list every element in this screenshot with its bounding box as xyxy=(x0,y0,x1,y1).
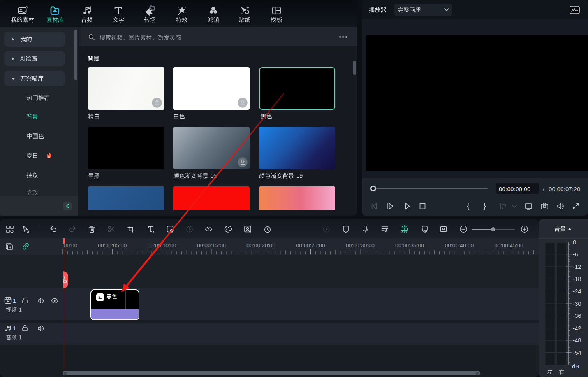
svg-text:00:00:05:00: 00:00:05:00 xyxy=(98,242,127,249)
svg-text:00:00:35:00: 00:00:35:00 xyxy=(395,242,424,249)
svg-text:-36: -36 xyxy=(573,312,581,319)
svg-text:00:00:25:00: 00:00:25:00 xyxy=(296,242,325,249)
svg-text:00:00:15:00: 00:00:15:00 xyxy=(197,242,226,249)
svg-text:00:00:20:00: 00:00:20:00 xyxy=(246,242,275,249)
svg-text:-12: -12 xyxy=(573,263,581,270)
svg-text:-24: -24 xyxy=(573,288,581,295)
svg-text:0: 0 xyxy=(573,239,576,245)
svg-text:-30: -30 xyxy=(573,300,581,307)
svg-text:dB: dB xyxy=(572,363,579,370)
svg-text:00:00:30:00: 00:00:30:00 xyxy=(346,242,375,249)
svg-text:-42: -42 xyxy=(573,325,581,331)
svg-text:00:00:40:00: 00:00:40:00 xyxy=(445,242,474,249)
svg-text:-54: -54 xyxy=(573,349,581,356)
svg-text:00:00:45:00: 00:00:45:00 xyxy=(495,242,523,249)
svg-text:-48: -48 xyxy=(573,337,581,344)
svg-text:00:00: 00:00 xyxy=(64,242,77,249)
svg-text:00:00:10:00: 00:00:10:00 xyxy=(148,242,176,249)
svg-text:-6: -6 xyxy=(573,251,578,258)
svg-text:-18: -18 xyxy=(573,275,581,282)
